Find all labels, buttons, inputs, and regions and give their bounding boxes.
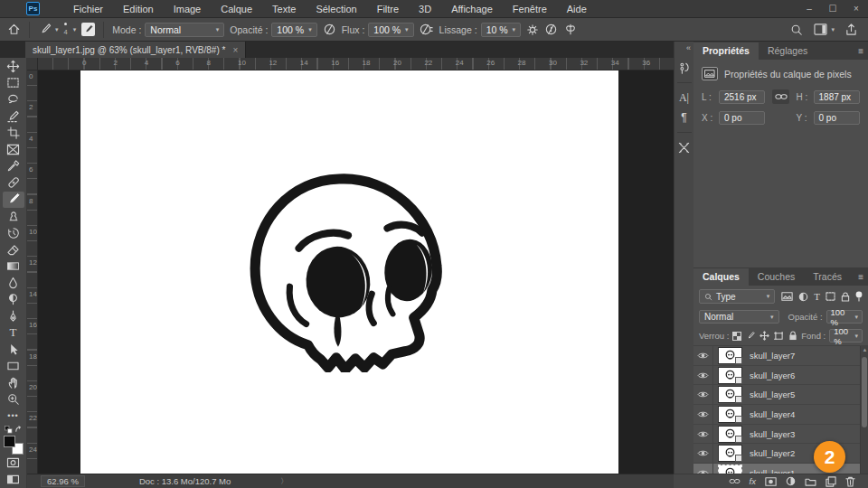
history-brush-tool-icon[interactable] (3, 224, 24, 240)
default-swap-colors-icon[interactable] (5, 426, 23, 434)
document-canvas[interactable] (80, 70, 618, 474)
blur-tool-icon[interactable] (3, 275, 24, 291)
x-field[interactable]: 0 po (719, 111, 765, 125)
search-icon[interactable] (790, 23, 803, 36)
layer-row[interactable]: skull_layer6 (693, 366, 868, 386)
link-layers-icon[interactable] (729, 478, 741, 484)
layer-row[interactable]: skull_layer4 (693, 405, 868, 425)
brush-settings-panel-icon[interactable] (675, 58, 693, 78)
tab-close-icon[interactable]: × (232, 45, 238, 55)
panel-menu-icon[interactable]: ≡ (858, 272, 868, 286)
minimize-button[interactable]: – (797, 4, 821, 14)
paragraph-panel-icon[interactable]: ¶ (675, 108, 693, 127)
spot-healing-tool-icon[interactable] (3, 174, 24, 191)
layer-opacity-select[interactable]: 100 %▾ (826, 310, 863, 324)
height-field[interactable]: 1887 px (814, 90, 860, 104)
width-field[interactable]: 2516 px (719, 90, 765, 104)
layer-row[interactable]: skull_layer3 (693, 425, 868, 445)
object-selection-tool-icon[interactable] (3, 108, 24, 124)
document-tab[interactable]: skull_layer1.jpg @ 63% (skull_layer1, RV… (25, 42, 246, 58)
filter-type-layers-icon[interactable]: T (814, 291, 820, 302)
path-selection-tool-icon[interactable] (3, 341, 24, 357)
scrollbar-thumb[interactable] (862, 357, 867, 427)
brush-tool-icon[interactable] (3, 192, 24, 208)
filter-adjustment-layers-icon[interactable] (798, 292, 808, 302)
delete-layer-trash-icon[interactable] (845, 476, 855, 487)
tab-proprietes[interactable]: Propriétés (693, 42, 759, 60)
lock-pixels-icon[interactable] (746, 332, 755, 341)
share-icon[interactable] (845, 23, 857, 36)
smoothing-options-gear-icon[interactable] (526, 23, 539, 36)
opacity-select[interactable]: 100 %▾ (271, 23, 316, 37)
menu-item-calque[interactable]: Calque (211, 1, 262, 17)
gradient-tool-icon[interactable] (3, 258, 24, 274)
menu-item-filtre[interactable]: Filtre (367, 1, 409, 17)
current-tool-brush-icon[interactable]: ▾ (38, 23, 59, 36)
menu-item-fichier[interactable]: Fichier (63, 1, 113, 17)
layer-row[interactable]: skull_layer5 (693, 385, 868, 405)
link-dimensions-icon[interactable] (772, 89, 788, 104)
filter-shape-layers-icon[interactable] (826, 292, 835, 301)
menu-item-aide[interactable]: Aide (557, 1, 597, 17)
type-tool-icon[interactable]: T (3, 324, 24, 341)
visibility-eye-icon[interactable] (693, 425, 713, 444)
lock-position-icon[interactable] (760, 331, 769, 341)
brush-preset-picker[interactable]: 4 (64, 23, 68, 36)
layer-thumbnail[interactable] (719, 348, 741, 363)
tab-couches[interactable]: Couches (749, 268, 804, 286)
edit-toolbar-ellipsis-icon[interactable]: ••• (3, 408, 24, 424)
menu-item-fen-tre[interactable]: Fenêtre (503, 1, 557, 17)
brush-picker-chevron-icon[interactable]: ▾ (73, 26, 77, 33)
new-adjustment-layer-icon[interactable] (786, 476, 796, 486)
workspace-switcher-icon[interactable]: ▾ (814, 23, 835, 35)
zoom-level-field[interactable]: 62.96 % (41, 475, 85, 487)
foreground-color-swatch[interactable] (4, 436, 15, 447)
collapse-panels-icon[interactable]: « (686, 43, 693, 52)
y-field[interactable]: 0 po (814, 111, 860, 125)
flow-select[interactable]: 100 %▾ (368, 23, 413, 37)
menu-item-texte[interactable]: Texte (262, 1, 306, 17)
filter-type-select[interactable]: Type▾ (699, 289, 775, 304)
close-button[interactable]: × (844, 4, 868, 14)
dodge-tool-icon[interactable] (3, 291, 24, 307)
symmetry-butterfly-icon[interactable] (563, 23, 578, 36)
scroll-up-icon[interactable]: ▲ (861, 346, 868, 354)
horizontal-ruler[interactable]: 024681012141618202224262830323436 (38, 58, 674, 70)
quick-mask-icon[interactable] (3, 455, 24, 471)
menu-item-3d[interactable]: 3D (409, 1, 441, 17)
visibility-eye-icon[interactable] (693, 366, 713, 385)
frame-tool-icon[interactable] (3, 141, 24, 157)
pressure-size-icon[interactable] (544, 23, 558, 36)
marquee-tool-icon[interactable] (3, 74, 24, 90)
ruler-origin-corner[interactable] (27, 58, 38, 70)
filter-smart-objects-icon[interactable] (841, 292, 850, 302)
visibility-eye-icon[interactable] (693, 385, 713, 404)
pen-tool-icon[interactable] (3, 308, 24, 324)
tool-presets-panel-icon[interactable] (675, 137, 693, 157)
toggle-brush-settings-icon[interactable] (81, 23, 95, 36)
new-layer-icon[interactable] (826, 476, 836, 487)
vertical-ruler[interactable]: 024681012141618202224 (27, 70, 38, 474)
lock-all-icon[interactable] (788, 331, 797, 341)
foreground-background-colors[interactable] (4, 436, 24, 455)
status-options-chevron-icon[interactable]: 〉 (280, 476, 288, 486)
blend-mode-select[interactable]: Normal▾ (145, 23, 224, 37)
panel-menu-icon[interactable]: ≡ (858, 46, 868, 60)
tab-reglages[interactable]: Réglages (759, 42, 816, 60)
layer-thumbnail[interactable] (719, 387, 741, 402)
eraser-tool-icon[interactable] (3, 241, 24, 258)
eyedropper-tool-icon[interactable] (3, 158, 24, 174)
pressure-opacity-icon[interactable] (323, 23, 336, 36)
new-group-folder-icon[interactable] (805, 477, 816, 486)
menu-item-edition[interactable]: Edition (113, 1, 164, 17)
layer-blend-mode-select[interactable]: Normal▾ (699, 310, 779, 324)
filter-toggle-icon[interactable] (855, 291, 863, 302)
lock-artboard-icon[interactable] (774, 332, 784, 341)
shape-tool-icon[interactable] (3, 358, 24, 374)
tab-calques[interactable]: Calques (693, 268, 749, 286)
fill-select[interactable]: 100 %▾ (829, 329, 863, 343)
lock-transparency-icon[interactable] (732, 332, 741, 341)
menu-item-image[interactable]: Image (164, 1, 212, 17)
layer-effects-icon[interactable]: fx (750, 476, 756, 486)
filter-pixel-layers-icon[interactable] (781, 292, 793, 301)
